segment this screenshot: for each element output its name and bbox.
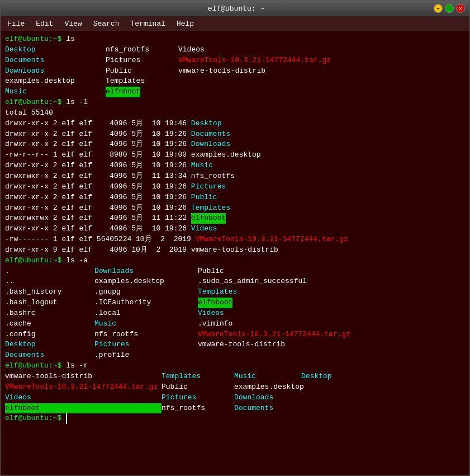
ll-11: drwxr-xr-x 2 elf elf 4096 5月 10 19:26 Vi… xyxy=(5,224,465,234)
la-9: Documents .profile xyxy=(5,350,465,361)
ll-12: -rw------- 1 elf elf 56405224 10月 2 2019… xyxy=(5,234,465,245)
line-la-prompt: elf@ubuntu:~$ ls -a xyxy=(5,256,465,266)
ll-6: drwxrwxr-x 2 elf elf 4096 5月 11 13:34 nf… xyxy=(5,171,465,182)
line-lr-prompt: elf@ubuntu:~$ ls -r xyxy=(5,361,465,371)
ll-3: drwxr-xr-x 2 elf elf 4096 5月 10 19:26 Do… xyxy=(5,139,465,150)
menu-help[interactable]: Help xyxy=(172,18,198,29)
terminal-body[interactable]: elf@ubuntu:~$ ls Desktop nfs_rootfs Vide… xyxy=(1,31,469,475)
lr-3: Videos Pictures Downloads xyxy=(5,393,465,403)
ll-10: drwxrwxrwx 2 elf elf 4096 5月 11 11:22 el… xyxy=(5,213,465,224)
la-7: .config nfs_rootfs VMwareTools-10.3.21-1… xyxy=(5,329,465,340)
ll-1: drwxr-xr-x 2 elf elf 4096 5月 10 19:46 De… xyxy=(5,119,465,129)
ll-5: drwxr-xr-x 2 elf elf 4096 5月 10 19:26 Mu… xyxy=(5,161,465,171)
menu-view[interactable]: View xyxy=(60,18,86,29)
line-3: Documents Pictures VMwareTools-10.3.21-1… xyxy=(5,55,465,66)
line-5: examples.desktop Templates xyxy=(5,76,465,87)
ll-4: -rw-r--r-- 1 elf elf 8980 5月 10 19:00 ex… xyxy=(5,150,465,161)
line-1: elf@ubuntu:~$ ls xyxy=(5,34,465,45)
menu-file[interactable]: File xyxy=(3,18,29,29)
lr-2: VMwareTools-10.3.21-14772444.tar.gz Publ… xyxy=(5,382,465,393)
la-4: .bash_logout .ICEauthority elfnboot xyxy=(5,298,465,308)
line-7: elf@ubuntu:~$ ls -l xyxy=(5,97,465,108)
ll-13: drwxr-xr-x 9 elf elf 4096 10月 2 2019 vmw… xyxy=(5,245,465,256)
menu-bar[interactable]: File Edit View Search Terminal Help xyxy=(1,16,469,31)
menu-edit[interactable]: Edit xyxy=(31,18,58,29)
line-8: total 55140 xyxy=(5,108,465,119)
la-8: Desktop Pictures vmware-tools-distrib xyxy=(5,340,465,350)
line-final-prompt: elf@ubuntu:~$ ​ xyxy=(5,413,465,424)
window-title: elf@ubuntu: ~ xyxy=(39,4,434,13)
la-6: .cache Music .viminfo xyxy=(5,319,465,329)
ll-7: drwxr-xr-x 2 elf elf 4096 5月 10 19:26 Pi… xyxy=(5,182,465,192)
terminal-window: elf@ubuntu: ~ – □ ✕ File Edit View Searc… xyxy=(0,0,470,476)
ll-8: drwxr-xr-x 2 elf elf 4096 5月 10 19:26 Pu… xyxy=(5,192,465,203)
la-3: .bash_history .gnupg Templates xyxy=(5,287,465,298)
title-bar: elf@ubuntu: ~ – □ ✕ xyxy=(1,1,469,16)
menu-search[interactable]: Search xyxy=(89,18,124,29)
lr-4: elfnboot nfs_rootfs Documents xyxy=(5,403,465,414)
minimize-button[interactable]: – xyxy=(434,4,443,13)
la-2: .. examples.desktop .sudo_as_admin_succe… xyxy=(5,276,465,287)
lr-1: vmware-tools-distrib Templates Music Des… xyxy=(5,371,465,382)
ll-2: drwxr-xr-x 2 elf elf 4096 5月 10 19:26 Do… xyxy=(5,129,465,140)
line-6: Music elfnboot xyxy=(5,87,465,97)
close-button[interactable]: ✕ xyxy=(456,4,465,13)
maximize-button[interactable]: □ xyxy=(445,4,454,13)
la-1: . Downloads Public xyxy=(5,266,465,277)
menu-terminal[interactable]: Terminal xyxy=(126,18,169,29)
window-controls[interactable]: – □ ✕ xyxy=(434,4,465,13)
ll-9: drwxr-xr-x 2 elf elf 4096 5月 10 19:26 Te… xyxy=(5,203,465,214)
line-4: Downloads Public vmware-tools-distrib xyxy=(5,66,465,77)
line-2: Desktop nfs_rootfs Videos xyxy=(5,45,465,55)
la-5: .bashrc .local Videos xyxy=(5,308,465,319)
